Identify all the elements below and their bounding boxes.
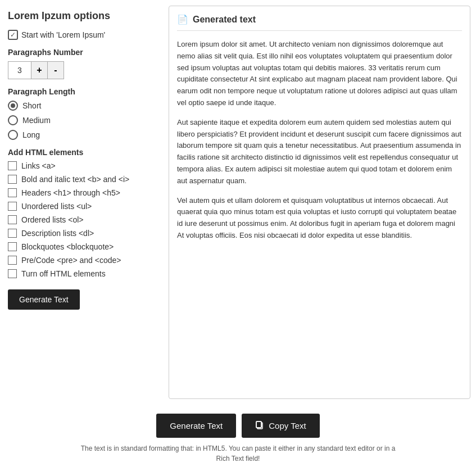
paragraphs-number-display: 3 xyxy=(8,61,31,79)
paragraphs-decrement-button[interactable]: - xyxy=(47,61,64,79)
checkbox-label-0: Links <a> xyxy=(21,161,56,170)
checkbox-item-4[interactable]: Ordered lists <ol> xyxy=(8,215,161,224)
checkbox-label-7: Pre/Code <pre> and <code> xyxy=(21,256,121,265)
radio-long-label: Long xyxy=(22,130,40,139)
html-elements-group: Links <a>Bold and italic text <b> and <i… xyxy=(8,161,161,278)
left-panel: Lorem Ipzum options Start with 'Lorem Ip… xyxy=(6,6,163,314)
paragraph-2: Vel autem quis et ullam dolorem et quisq… xyxy=(177,195,462,242)
checkbox-box-6[interactable] xyxy=(8,242,17,251)
checkbox-label-6: Blockquotes <blockquote> xyxy=(21,242,114,251)
radio-long[interactable]: Long xyxy=(8,130,161,140)
checkbox-label-8: Turn off HTML elements xyxy=(21,269,106,278)
bottom-copy-button[interactable]: Copy Text xyxy=(242,414,319,438)
checkbox-box-5[interactable] xyxy=(8,229,17,238)
html-elements-label: Add HTML elements xyxy=(8,148,161,157)
bottom-bar: Generate Text Copy Text The text is in s… xyxy=(0,405,476,469)
checkbox-box-0[interactable] xyxy=(8,161,17,170)
generated-text-header: 📄 Generated text xyxy=(177,14,462,31)
checkbox-label-3: Unordered lists <ul> xyxy=(21,202,92,211)
radio-short-button[interactable] xyxy=(8,101,18,111)
svg-rect-1 xyxy=(256,421,261,428)
checkbox-item-5[interactable]: Description lists <dl> xyxy=(8,229,161,238)
lorem-ipsum-checkbox[interactable] xyxy=(8,30,18,40)
checkbox-label-2: Headers <h1> through <h5> xyxy=(21,188,120,197)
generated-content: Lorem ipsum dolor sit amet. Ut architect… xyxy=(177,39,462,242)
paragraph-1: Aut sapiente itaque et expedita dolorem … xyxy=(177,117,462,187)
checkbox-item-8[interactable]: Turn off HTML elements xyxy=(8,269,161,278)
radio-long-button[interactable] xyxy=(8,130,18,140)
checkbox-item-1[interactable]: Bold and italic text <b> and <i> xyxy=(8,175,161,184)
bottom-note: The text is in standard formatting that:… xyxy=(81,443,396,464)
checkbox-box-3[interactable] xyxy=(8,202,17,211)
radio-medium-label: Medium xyxy=(22,116,51,125)
checkbox-label-4: Ordered lists <ol> xyxy=(21,215,84,224)
checkbox-label-1: Bold and italic text <b> and <i> xyxy=(21,175,129,184)
checkbox-label-5: Description lists <dl> xyxy=(21,229,94,238)
paragraph-length-label: Paragraph Length xyxy=(8,87,161,96)
radio-short[interactable]: Short xyxy=(8,101,161,111)
copy-icon xyxy=(255,420,264,431)
checkbox-item-0[interactable]: Links <a> xyxy=(8,161,161,170)
panel-title: Lorem Ipzum options xyxy=(8,10,161,22)
paragraphs-number-control: 3 + - xyxy=(8,61,161,79)
checkbox-box-4[interactable] xyxy=(8,215,17,224)
checkbox-item-7[interactable]: Pre/Code <pre> and <code> xyxy=(8,256,161,265)
paragraphs-number-label: Paragraphs Number xyxy=(8,48,161,57)
copy-button-label: Copy Text xyxy=(269,421,306,430)
right-panel: 📄 Generated text Lorem ipsum dolor sit a… xyxy=(169,6,470,399)
bottom-buttons: Generate Text Copy Text xyxy=(156,414,319,438)
checkbox-box-7[interactable] xyxy=(8,256,17,265)
checkbox-item-6[interactable]: Blockquotes <blockquote> xyxy=(8,242,161,251)
checkbox-box-8[interactable] xyxy=(8,269,17,278)
lorem-ipsum-option[interactable]: Start with 'Lorem Ipsum' xyxy=(8,30,161,40)
generate-text-button[interactable]: Generate Text xyxy=(8,289,80,310)
checkbox-item-3[interactable]: Unordered lists <ul> xyxy=(8,202,161,211)
radio-medium[interactable]: Medium xyxy=(8,115,161,125)
radio-short-label: Short xyxy=(22,101,41,110)
paragraph-0: Lorem ipsum dolor sit amet. Ut architect… xyxy=(177,39,462,109)
paragraphs-increment-button[interactable]: + xyxy=(31,61,48,79)
checkbox-item-2[interactable]: Headers <h1> through <h5> xyxy=(8,188,161,197)
paragraph-length-group: Short Medium Long xyxy=(8,101,161,140)
lorem-ipsum-label: Start with 'Lorem Ipsum' xyxy=(21,30,105,39)
generated-text-title: Generated text xyxy=(193,15,256,25)
checkbox-box-2[interactable] xyxy=(8,188,17,197)
doc-icon: 📄 xyxy=(177,14,188,25)
radio-medium-button[interactable] xyxy=(8,115,18,125)
checkbox-box-1[interactable] xyxy=(8,175,17,184)
bottom-generate-button[interactable]: Generate Text xyxy=(156,414,236,438)
